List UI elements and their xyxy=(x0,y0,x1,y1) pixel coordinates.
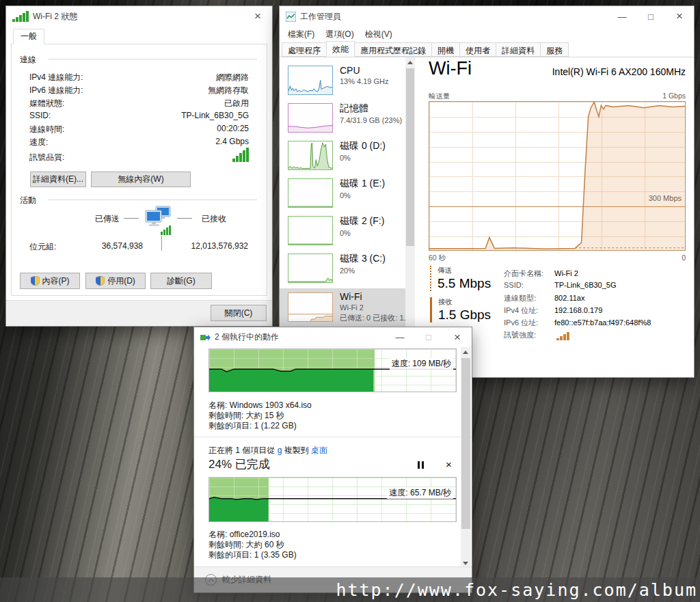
diagnose-button[interactable]: 診斷(G) xyxy=(150,273,212,289)
maximize-button[interactable]: □ xyxy=(636,6,665,27)
sidebar-item-memory[interactable]: 記憶體 7.4/31.9 GB (23%) xyxy=(280,102,405,137)
scrollbar-thumb[interactable] xyxy=(461,358,470,529)
tab-general[interactable]: 一般 xyxy=(13,29,44,44)
field-label: 訊號品質: xyxy=(29,152,64,163)
close-dialog-button[interactable]: 關閉(C) xyxy=(211,305,267,321)
field-value: 無網路存取 xyxy=(208,85,249,96)
scroll-down-arrow[interactable] xyxy=(463,562,468,565)
copy-task-2-header: 正在將 1 個項目從 g 複製到 桌面 xyxy=(208,445,327,456)
receive-value: 1.5 Gbps xyxy=(438,307,491,323)
copy-task-2-speed-label: 速度: 65.7 MB/秒 xyxy=(387,487,453,499)
minimize-button[interactable]: — xyxy=(608,6,636,27)
x-axis-left: 60 秒 xyxy=(429,254,446,263)
menu-view[interactable]: 檢視(V) xyxy=(360,29,398,40)
copy-task-2-speed-line xyxy=(209,478,456,521)
copy-task-1-speed-line xyxy=(209,349,456,392)
task-manager-titlebar[interactable]: 工作管理員 — □ × xyxy=(280,6,694,27)
detail-row: 連線類型:802.11ax xyxy=(504,293,584,303)
tab-processes[interactable]: 處理程序 xyxy=(282,42,327,57)
maximize-button[interactable]: □ xyxy=(414,327,443,347)
sidebar-item-title: 記憶體 xyxy=(340,102,405,115)
send-stat: 傳送 5.5 Mbps xyxy=(430,266,491,291)
menu-file[interactable]: 檔案(F) xyxy=(282,29,320,40)
bytes-received-value: 12,013,576,932 xyxy=(170,241,248,251)
close-button[interactable]: × xyxy=(665,6,694,27)
field-value: 00:20:25 xyxy=(217,124,249,133)
sidebar-item-disk3[interactable]: 磁碟 3 (C:) 20% xyxy=(280,252,405,288)
scroll-up-arrow[interactable] xyxy=(463,351,468,354)
header-text: 複製到 xyxy=(282,446,311,455)
tab-services[interactable]: 服務 xyxy=(540,42,569,57)
field-label: IPv4 連線能力: xyxy=(29,72,83,83)
close-button[interactable]: × xyxy=(443,327,472,347)
wifi-performance-panel: Wi-Fi Intel(R) Wi-Fi 6 AX200 160MHz 輸送量 … xyxy=(423,57,687,372)
sidebar-item-subtitle: 7.4/31.9 GB (23%) xyxy=(340,116,405,124)
menu-options[interactable]: 選項(O) xyxy=(320,29,359,40)
details-button[interactable]: 詳細資料(E)... xyxy=(30,172,86,187)
disable-button[interactable]: 停用(D) xyxy=(85,273,146,289)
properties-button[interactable]: 內容(P) xyxy=(20,273,80,289)
task-manager-icon xyxy=(286,12,296,22)
uac-shield-icon xyxy=(31,276,40,286)
sidebar-item-subtitle: 13% 4.19 GHz xyxy=(340,77,405,85)
minimize-button[interactable]: — xyxy=(386,327,414,347)
tab-strip: 處理程序 效能 應用程式歷程記錄 開機 使用者 詳細資料 服務 xyxy=(280,42,694,57)
window-title: Wi-Fi 2 狀態 xyxy=(33,11,77,23)
pause-button[interactable] xyxy=(418,461,424,469)
sidebar-item-disk0[interactable]: 磁碟 0 (D:) 0% xyxy=(280,139,405,175)
wifi-status-window: Wi-Fi 2 狀態 × 一般 連線 IPv4 連線能力: 網際網路 IPv6 … xyxy=(5,5,273,327)
menu-bar: 檔案(F) 選項(O) 檢視(V) xyxy=(280,27,694,42)
copy-task-2-speed-graph: 速度: 65.7 MB/秒 xyxy=(208,477,457,522)
tab-app-history[interactable]: 應用程式歷程記錄 xyxy=(354,42,432,57)
window-title: 2 個執行中的動作 xyxy=(215,331,279,343)
field-label: 媒體狀態: xyxy=(29,98,64,109)
cpu-sparkline xyxy=(288,66,333,95)
wifi-signal-icon xyxy=(12,11,29,22)
wireless-properties-button[interactable]: 無線內容(W) xyxy=(91,172,191,187)
throughput-chart: 300 Mbps xyxy=(429,101,686,251)
sidebar-item-disk2[interactable]: 磁碟 2 (F:) 0% xyxy=(280,215,405,250)
copy-task-2-percent: 24% 已完成 xyxy=(208,456,270,472)
sidebar-item-disk1[interactable]: 磁碟 1 (E:) 0% xyxy=(280,177,405,213)
copy-task-2-items-remaining: 剩餘的項目: 1 (3.35 GB) xyxy=(208,549,297,561)
sidebar-item-title: 磁碟 0 (D:) xyxy=(340,140,405,152)
field-label: 連線時間: xyxy=(29,124,64,135)
tab-details[interactable]: 詳細資料 xyxy=(496,42,541,57)
detail-row: IPv6 位址:fe80::e57f:b7aa:f497:648f%8 xyxy=(504,318,651,328)
tab-startup[interactable]: 開機 xyxy=(431,42,460,57)
panel-title: Wi-Fi xyxy=(429,58,472,79)
sidebar-item-detail: 已傳送: 0 已接收: 1.5 xyxy=(340,313,405,323)
copy-dialog-titlebar[interactable]: 2 個執行中的動作 — □ × xyxy=(194,327,472,347)
task-manager-window: 工作管理員 — □ × 檔案(F) 選項(O) 檢視(V) 處理程序 效能 應用… xyxy=(279,5,695,378)
copy-task-1-items-remaining: 剩餘的項目: 1 (1.22 GB) xyxy=(208,420,297,432)
detail-row: 訊號強度: xyxy=(504,330,569,340)
send-value: 5.5 Mbps xyxy=(438,276,491,291)
tab-performance[interactable]: 效能 xyxy=(326,41,355,57)
sidebar-item-title: CPU xyxy=(340,65,405,76)
scrollbar-thumb[interactable] xyxy=(406,68,414,246)
bytes-label: 位元組: xyxy=(29,241,56,253)
field-label: IPv6 連線能力: xyxy=(29,85,83,96)
close-button[interactable]: × xyxy=(243,6,272,27)
tab-users[interactable]: 使用者 xyxy=(459,42,496,57)
network-computers-icon xyxy=(143,204,174,236)
sidebar-item-subtitle: 0% xyxy=(340,229,405,237)
sent-label: 已傳送 xyxy=(95,213,120,225)
sidebar-item-cpu[interactable]: CPU 13% 4.19 GHz xyxy=(280,64,405,100)
field-label: 速度: xyxy=(29,137,48,148)
field-value: 已啟用 xyxy=(224,98,249,109)
copy-dialog-scrollbar[interactable] xyxy=(461,347,471,569)
destination-folder-link[interactable]: 桌面 xyxy=(311,446,327,455)
wifi-status-titlebar[interactable]: Wi-Fi 2 狀態 × xyxy=(6,6,272,27)
uac-shield-icon xyxy=(96,276,105,286)
x-axis-right: 0 xyxy=(682,254,686,262)
received-label: 已接收 xyxy=(202,213,226,225)
copy-task-1-speed-graph: 速度: 109 MB/秒 xyxy=(208,348,457,392)
detail-row: IPv4 位址:192.168.0.179 xyxy=(504,305,602,316)
sidebar-item-title: Wi-Fi xyxy=(340,291,405,302)
field-value: 2.4 Gbps xyxy=(215,137,249,146)
bytes-sent-value: 36,574,938 xyxy=(75,241,143,251)
cancel-copy-button[interactable]: × xyxy=(446,459,452,470)
memory-sparkline xyxy=(288,103,333,133)
scroll-up-arrow[interactable] xyxy=(407,61,413,64)
